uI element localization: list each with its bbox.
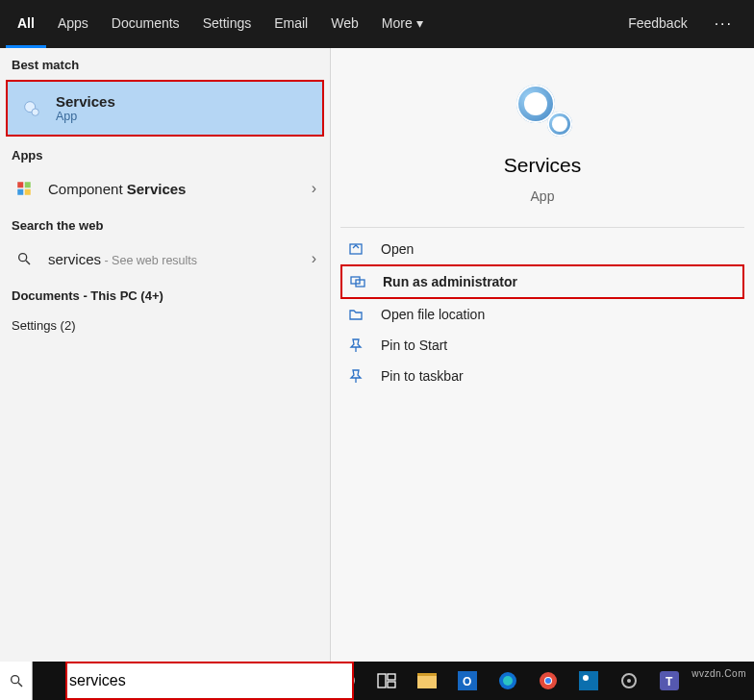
svg-point-27	[583, 675, 589, 681]
result-component-services[interactable]: Component Services ›	[0, 168, 330, 209]
search-icon	[13, 248, 35, 269]
search-web-label: Search the web	[0, 209, 330, 238]
result-services-app[interactable]: Services App	[6, 80, 324, 137]
settings-results-label[interactable]: Settings (2)	[0, 309, 330, 338]
start-button-area[interactable]	[0, 662, 33, 700]
chevron-right-icon: ›	[312, 180, 316, 197]
open-icon	[348, 241, 365, 257]
action-label: Open file location	[381, 307, 485, 322]
task-view-icon[interactable]	[367, 662, 406, 700]
tab-email[interactable]: Email	[263, 0, 319, 48]
result-title: Services	[56, 93, 115, 110]
chrome-icon[interactable]	[529, 662, 567, 700]
svg-point-25	[545, 678, 551, 684]
action-run-as-administrator[interactable]: Run as administrator	[340, 264, 744, 299]
component-icon	[13, 178, 35, 199]
details-title: Services	[504, 154, 582, 177]
svg-point-29	[627, 679, 631, 683]
outlook-icon[interactable]: O	[448, 662, 487, 700]
tab-more[interactable]: More ▾	[370, 0, 435, 48]
search-input[interactable]	[67, 663, 352, 698]
component-bold: Services	[127, 181, 187, 197]
tab-documents[interactable]: Documents	[100, 0, 191, 48]
svg-rect-15	[388, 674, 395, 680]
result-web-services[interactable]: services - See web results ›	[0, 238, 330, 279]
web-suffix: - See web results	[101, 254, 197, 267]
action-open[interactable]: Open	[340, 234, 744, 264]
more-label: More	[382, 15, 413, 31]
settings-icon[interactable]	[610, 662, 648, 700]
watermark: wvzdn.Com	[691, 668, 746, 679]
search-filter-tabs: All Apps Documents Settings Email Web Mo…	[0, 0, 754, 48]
details-panel: Services App Open Run as administrator	[331, 48, 754, 700]
action-label: Open	[381, 241, 414, 257]
svg-rect-3	[25, 182, 31, 188]
svg-text:O: O	[463, 675, 471, 688]
services-app-icon	[509, 81, 576, 138]
result-subtitle: App	[56, 110, 115, 123]
svg-point-1	[32, 109, 38, 115]
svg-line-33	[18, 683, 22, 687]
svg-rect-26	[579, 671, 598, 690]
results-panel: Best match Services App Apps Component S…	[0, 48, 331, 700]
caret-down-icon: ▾	[416, 15, 423, 31]
svg-text:T: T	[666, 675, 673, 688]
component-prefix: Component	[48, 181, 127, 197]
best-match-label: Best match	[0, 48, 330, 78]
web-term: services	[48, 251, 101, 267]
tab-all[interactable]: All	[6, 0, 46, 48]
action-pin-to-taskbar[interactable]: Pin to taskbar	[340, 361, 744, 391]
svg-rect-2	[17, 182, 23, 188]
action-label: Run as administrator	[383, 274, 517, 289]
svg-rect-4	[17, 189, 23, 195]
svg-rect-16	[388, 682, 395, 688]
pin-icon	[348, 338, 365, 353]
action-label: Pin to taskbar	[381, 368, 464, 384]
photos-icon[interactable]	[569, 662, 608, 700]
svg-rect-5	[25, 189, 31, 195]
svg-point-32	[11, 676, 18, 684]
admin-icon	[350, 274, 367, 289]
svg-line-7	[26, 261, 30, 264]
svg-point-22	[503, 676, 513, 686]
tab-web[interactable]: Web	[319, 0, 370, 48]
apps-label: Apps	[0, 138, 330, 168]
file-explorer-icon[interactable]	[408, 662, 446, 700]
action-pin-to-start[interactable]: Pin to Start	[340, 330, 744, 361]
details-subtitle: App	[531, 188, 555, 204]
action-label: Pin to Start	[381, 338, 447, 353]
taskbar-search-box[interactable]	[67, 663, 352, 698]
tab-settings[interactable]: Settings	[191, 0, 264, 48]
feedback-link[interactable]: Feedback	[616, 0, 698, 48]
action-open-file-location[interactable]: Open file location	[340, 299, 744, 330]
gear-icon	[21, 98, 42, 119]
chevron-right-icon: ›	[312, 250, 316, 267]
documents-label[interactable]: Documents - This PC (4+)	[0, 279, 330, 309]
folder-icon	[348, 307, 365, 322]
divider	[340, 227, 744, 228]
svg-rect-18	[417, 673, 437, 676]
pin-icon	[348, 368, 365, 384]
edge-icon[interactable]	[489, 662, 527, 700]
tab-apps[interactable]: Apps	[46, 0, 100, 48]
svg-point-6	[19, 254, 27, 262]
teams-icon[interactable]: T	[650, 662, 689, 700]
svg-rect-14	[378, 674, 386, 688]
more-options-button[interactable]: ···	[699, 15, 748, 33]
